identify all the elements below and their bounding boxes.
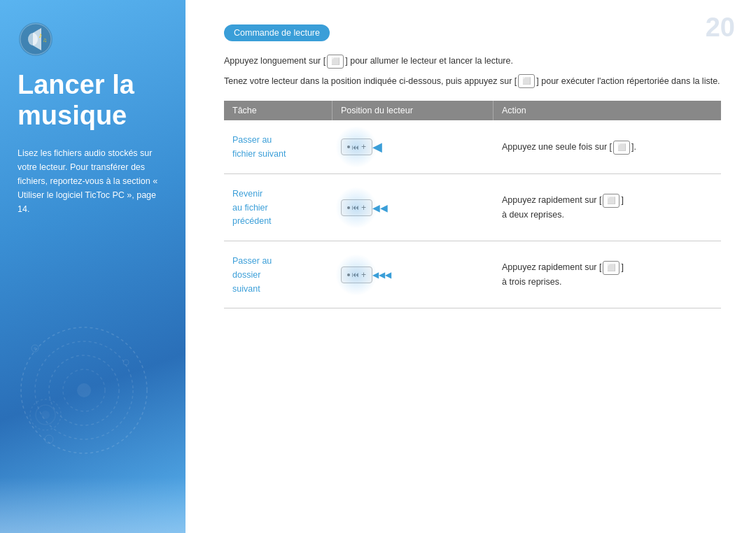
arrow-right-2: ◀◀ bbox=[372, 202, 388, 213]
col-header-action: Action bbox=[493, 101, 721, 120]
player-glow-3: ⏮ + ◀◀◀ bbox=[341, 266, 391, 283]
btn-icon-row2: ⬜ bbox=[603, 194, 620, 208]
page-number: 20 bbox=[706, 13, 735, 43]
svg-text:♫: ♫ bbox=[43, 37, 47, 43]
device-prev: ⏮ bbox=[352, 143, 359, 151]
task-cell-1: Passer aufichier suivant bbox=[224, 133, 332, 161]
device-plus-2: + bbox=[361, 203, 366, 213]
task-cell-2: Revenirau fichierprécédent bbox=[224, 187, 332, 228]
svg-point-12 bbox=[34, 347, 36, 350]
intro1-end: ] pour allumer le lecteur et lancer la l… bbox=[345, 56, 513, 66]
position-cell-2: ⏮ + ◀◀ bbox=[332, 199, 493, 216]
device-plus-3: + bbox=[361, 270, 366, 280]
device-dot-2 bbox=[347, 206, 350, 209]
intro1-text: Appuyez longuement sur [ bbox=[224, 56, 326, 66]
task-label-1: Passer aufichier suivant bbox=[232, 135, 286, 159]
player-device-1: ⏮ + bbox=[341, 138, 372, 155]
device-dot-3 bbox=[347, 273, 350, 276]
action-cell-2: Appuyez rapidement sur [⬜]à deux reprise… bbox=[493, 193, 721, 222]
position-cell-1: ⏮ + ◀ bbox=[332, 138, 493, 155]
decorative-circles bbox=[7, 306, 161, 477]
sidebar-bottom-fade bbox=[0, 477, 186, 533]
table-row: Revenirau fichierprécédent ⏮ + ◀◀ Appuye… bbox=[224, 174, 721, 241]
sidebar: ♪ ♫ Lancer la musique Lisez les fichiers… bbox=[0, 0, 186, 533]
instruction-table: Tâche Position du lecteur Action Passer … bbox=[224, 101, 721, 308]
intro-paragraph-1: Appuyez longuement sur [⬜] pour allumer … bbox=[224, 54, 721, 69]
button-icon-2: ⬜ bbox=[518, 74, 535, 88]
svg-point-17 bbox=[41, 411, 50, 419]
main-content: 20 Commande de lecture Appuyez longuemen… bbox=[186, 0, 756, 533]
sidebar-description: Lisez les fichiers audio stockés sur vot… bbox=[18, 146, 168, 216]
svg-text:♪: ♪ bbox=[38, 31, 43, 39]
task-label-3: Passer audossiersuivant bbox=[232, 256, 272, 294]
arrow-right-1: ◀ bbox=[372, 139, 382, 155]
action-text-1: Appuyez une seule fois sur [⬜]. bbox=[502, 142, 636, 152]
position-cell-3: ⏮ + ◀◀◀ bbox=[332, 266, 493, 283]
table-row: Passer aufichier suivant ⏮ + ◀ Appuyez u… bbox=[224, 120, 721, 174]
player-device-3: ⏮ + bbox=[341, 266, 372, 283]
device-plus: + bbox=[361, 142, 366, 152]
player-glow-2: ⏮ + ◀◀ bbox=[341, 199, 388, 216]
intro-paragraph-2: Tenez votre lecteur dans la position ind… bbox=[224, 74, 721, 89]
task-cell-3: Passer audossiersuivant bbox=[224, 254, 332, 295]
arrow-right-3: ◀◀◀ bbox=[372, 270, 391, 280]
device-dot bbox=[347, 145, 350, 148]
table-header: Tâche Position du lecteur Action bbox=[224, 101, 721, 120]
action-cell-3: Appuyez rapidement sur [⬜]à trois repris… bbox=[493, 260, 721, 289]
device-prev-2: ⏮ bbox=[352, 204, 359, 211]
player-glow-1: ⏮ + ◀ bbox=[341, 138, 382, 155]
action-text-3: Appuyez rapidement sur [⬜]à trois repris… bbox=[502, 262, 624, 287]
svg-point-10 bbox=[77, 383, 91, 397]
player-device-2: ⏮ + bbox=[341, 199, 372, 216]
intro2-text: Tenez votre lecteur dans la position ind… bbox=[224, 76, 517, 86]
section-badge: Commande de lecture bbox=[224, 24, 330, 41]
page-title: Lancer la musique bbox=[18, 70, 168, 131]
intro2-end: ] pour exécuter l'action répertoriée dan… bbox=[536, 76, 720, 86]
col-header-position: Position du lecteur bbox=[332, 101, 493, 120]
arrow-icon-2: ◀◀ bbox=[372, 202, 388, 213]
col-header-task: Tâche bbox=[224, 101, 332, 120]
device-prev-3: ⏮ bbox=[352, 271, 359, 278]
button-icon-1: ⬜ bbox=[327, 55, 344, 69]
action-cell-1: Appuyez une seule fois sur [⬜]. bbox=[493, 140, 721, 155]
arrow-icon-3: ◀◀◀ bbox=[372, 270, 391, 280]
table-row: Passer audossiersuivant ⏮ + ◀◀◀ Appuyez … bbox=[224, 241, 721, 308]
music-icon: ♪ ♫ bbox=[18, 21, 54, 57]
btn-icon-row1: ⬜ bbox=[613, 141, 630, 155]
btn-icon-row3: ⬜ bbox=[603, 261, 620, 275]
action-text-2: Appuyez rapidement sur [⬜]à deux reprise… bbox=[502, 195, 624, 220]
task-label-2: Revenirau fichierprécédent bbox=[232, 189, 272, 227]
arrow-icon-1: ◀ bbox=[372, 139, 382, 155]
